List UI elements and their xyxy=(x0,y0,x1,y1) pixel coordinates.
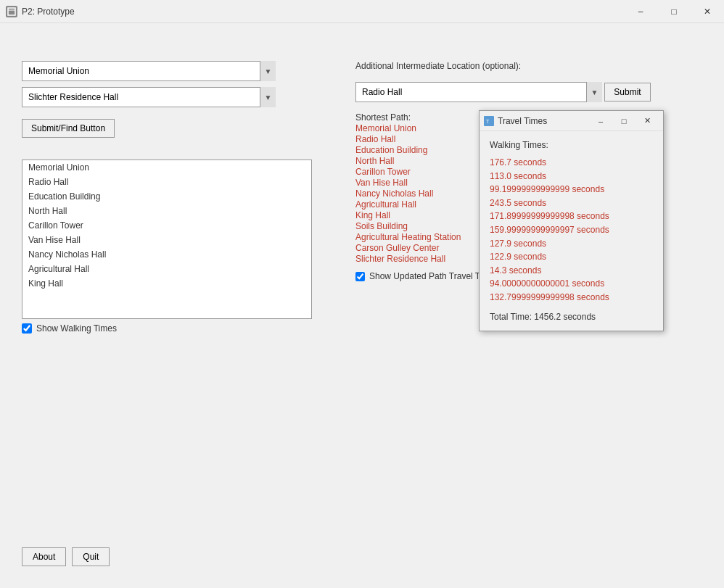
bottom-buttons: About Quit xyxy=(22,547,110,566)
travel-times-window: T Travel Times – □ ✕ Walking Times: 176.… xyxy=(479,110,664,331)
travel-time-item: 94.00000000000001 seconds xyxy=(490,277,653,291)
titlebar-controls: – □ ✕ xyxy=(624,0,724,23)
list-item[interactable]: Agricultural Hall xyxy=(22,262,311,276)
svg-rect-0 xyxy=(8,8,15,15)
about-button[interactable]: About xyxy=(22,547,66,566)
dropdown3-arrow-icon: ▼ xyxy=(586,82,602,102)
travel-times-icon: T xyxy=(484,116,494,126)
start-location-value[interactable]: Memorial Union xyxy=(22,61,276,81)
end-location-dropdown[interactable]: Slichter Residence Hall ▼ xyxy=(22,87,276,107)
list-item[interactable]: Education Building xyxy=(22,189,311,204)
submit-button[interactable]: Submit xyxy=(604,83,650,102)
end-location-value[interactable]: Slichter Residence Hall xyxy=(22,87,276,107)
travel-time-item: 127.9 seconds xyxy=(490,237,653,251)
main-content: Memorial Union ▼ Slichter Residence Hall… xyxy=(0,23,724,588)
travel-time-item: 243.5 seconds xyxy=(490,196,653,210)
maximize-button[interactable]: □ xyxy=(657,0,691,23)
travel-time-item: 176.7 seconds xyxy=(490,156,653,170)
tt-controls: – □ ✕ xyxy=(589,113,659,129)
travel-times-titlebar: T Travel Times – □ ✕ xyxy=(480,111,663,131)
tt-minimize-button[interactable]: – xyxy=(589,113,612,129)
show-walking-times-checkbox[interactable] xyxy=(22,323,32,334)
start-location-dropdown[interactable]: Memorial Union ▼ xyxy=(22,61,276,81)
shortest-path-label: Shortest Path: xyxy=(355,112,411,123)
tt-close-button[interactable]: ✕ xyxy=(635,113,659,129)
close-button[interactable]: ✕ xyxy=(691,0,724,23)
walking-times-header: Walking Times: xyxy=(490,140,653,150)
total-time: Total Time: 1456.2 seconds xyxy=(490,312,653,322)
intermediate-location-dropdown[interactable]: Radio Hall ▼ xyxy=(355,82,602,102)
list-item[interactable]: Radio Hall xyxy=(22,175,311,189)
travel-time-item: 171.89999999999998 seconds xyxy=(490,210,653,223)
travel-time-item: 132.79999999999998 seconds xyxy=(490,291,653,305)
travel-times-title: Travel Times xyxy=(498,116,589,126)
submit-find-button[interactable]: Submit/Find Button xyxy=(22,119,115,138)
list-item[interactable]: North Hall xyxy=(22,204,311,218)
app-icon xyxy=(6,6,17,17)
minimize-button[interactable]: – xyxy=(624,0,657,23)
travel-time-item: 99.19999999999999 seconds xyxy=(490,183,653,196)
travel-time-item: 14.3 seconds xyxy=(490,264,653,278)
travel-time-item: 122.9 seconds xyxy=(490,250,653,264)
list-item[interactable]: Carillon Tower xyxy=(22,218,311,233)
walking-times-list: 176.7 seconds113.0 seconds99.19999999999… xyxy=(490,156,653,305)
list-item[interactable]: Van Hise Hall xyxy=(22,233,311,247)
travel-time-item: 113.0 seconds xyxy=(490,170,653,183)
list-item[interactable]: Nancy Nicholas Hall xyxy=(22,247,311,262)
app-title: P2: Prototype xyxy=(22,7,75,17)
quit-button[interactable]: Quit xyxy=(72,547,110,566)
travel-time-item: 159.99999999999997 seconds xyxy=(490,223,653,237)
travel-times-body: Walking Times: 176.7 seconds113.0 second… xyxy=(480,131,663,331)
list-item[interactable]: King Hall xyxy=(22,276,311,291)
show-walking-times-row: Show Walking Times xyxy=(22,323,326,334)
left-panel: Memorial Union ▼ Slichter Residence Hall… xyxy=(22,61,326,334)
tt-maximize-button[interactable]: □ xyxy=(612,113,635,129)
list-item[interactable]: Memorial Union xyxy=(22,160,311,175)
intermediate-location-value[interactable]: Radio Hall xyxy=(355,82,602,102)
location-list[interactable]: Memorial UnionRadio HallEducation Buildi… xyxy=(22,160,312,319)
optional-label: Additional Intermediate Location (option… xyxy=(355,61,689,71)
dropdown1-arrow-icon: ▼ xyxy=(260,61,276,81)
show-updated-path-checkbox[interactable] xyxy=(355,272,365,281)
svg-text:T: T xyxy=(486,119,490,124)
show-walking-times-label[interactable]: Show Walking Times xyxy=(36,323,117,334)
titlebar: P2: Prototype – □ ✕ xyxy=(0,0,724,23)
dropdown2-arrow-icon: ▼ xyxy=(260,87,276,107)
